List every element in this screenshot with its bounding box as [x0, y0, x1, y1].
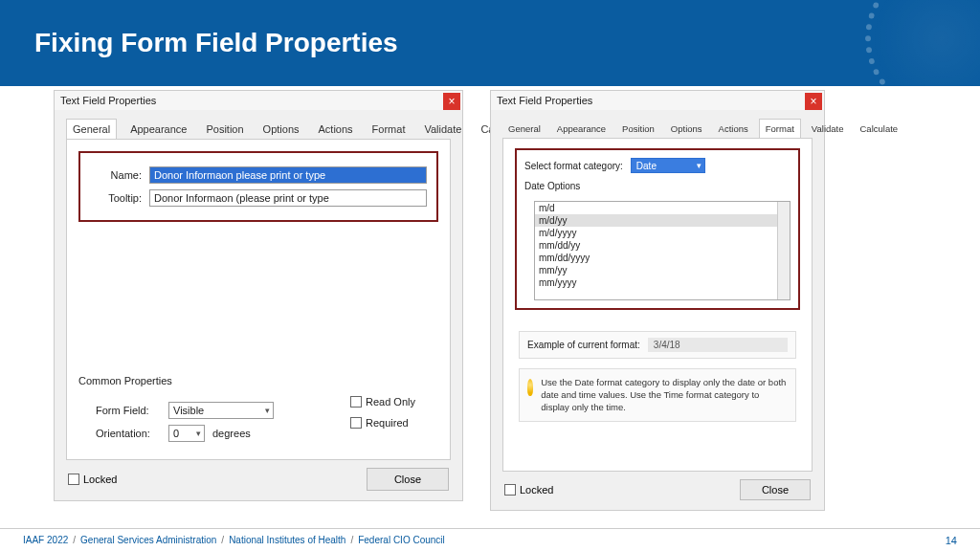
- tab-row: General Appearance Position Options Acti…: [55, 110, 462, 139]
- separator: /: [73, 535, 76, 545]
- tab-general[interactable]: General: [66, 119, 117, 140]
- close-button[interactable]: Close: [740, 479, 811, 500]
- format-category-select[interactable]: Date: [631, 158, 705, 173]
- name-row: Name: Donor Informaon please print or ty…: [90, 166, 427, 184]
- close-button[interactable]: Close: [367, 468, 449, 491]
- orientation-select[interactable]: 0: [168, 425, 205, 442]
- tab-position[interactable]: Position: [616, 120, 660, 138]
- tab-row: General Appearance Position Options Acti…: [491, 110, 824, 138]
- form-field-row: Form Field: Visible: [78, 402, 350, 419]
- slide-footer: IAAF 2022/General Services Administratio…: [0, 528, 980, 551]
- tab-general[interactable]: General: [502, 120, 546, 138]
- footer-breadcrumb: IAAF 2022/General Services Administratio…: [23, 535, 445, 545]
- date-options-listbox[interactable]: m/dm/d/yym/d/yyyymm/dd/yymm/dd/yyyymm/yy…: [534, 201, 791, 300]
- close-icon[interactable]: ×: [805, 93, 822, 110]
- date-option-item[interactable]: m/d/yyyy: [535, 227, 790, 239]
- tooltip-label: Tooltip:: [90, 192, 142, 204]
- checkbox-icon: [350, 417, 362, 429]
- checkbox-icon: [68, 474, 79, 485]
- tab-format[interactable]: Format: [367, 120, 412, 139]
- tab-position[interactable]: Position: [200, 120, 249, 139]
- form-field-label: Form Field:: [96, 405, 161, 416]
- form-field-select[interactable]: Visible: [168, 402, 274, 419]
- footer-part: General Services Administration: [80, 535, 216, 545]
- date-option-item[interactable]: mm/yy: [535, 264, 790, 276]
- common-properties: Common Properties Form Field: Visible Or…: [78, 371, 438, 448]
- name-label: Name:: [90, 169, 142, 181]
- date-option-item[interactable]: mm/dd/yy: [535, 239, 790, 252]
- tab-body-format: Select format category: Date Date Option…: [502, 138, 813, 472]
- name-input[interactable]: Donor Informaon please print or type: [149, 166, 427, 184]
- lightbulb-icon: [527, 379, 533, 396]
- slide-banner: Fixing Form Field Properties: [0, 0, 980, 86]
- footer-part: Federal CIO Council: [358, 535, 445, 545]
- locked-label: Locked: [520, 484, 553, 496]
- date-options-label: Date Options: [524, 181, 791, 191]
- select-format-label: Select format category:: [524, 161, 623, 171]
- tip-text: Use the Date format category to display …: [541, 377, 788, 413]
- tooltip-row: Tooltip: Donor Informaon (please print o…: [90, 189, 427, 207]
- dialog-footer: Locked Close: [491, 472, 824, 510]
- example-label: Example of current format:: [527, 340, 640, 350]
- slide-title: Fixing Form Field Properties: [34, 28, 398, 58]
- locked-label: Locked: [83, 474, 117, 485]
- date-option-item[interactable]: m/d/yy: [535, 214, 790, 227]
- highlight-format-category: Select format category: Date Date Option…: [515, 148, 800, 310]
- highlight-name-tooltip: Name: Donor Informaon please print or ty…: [78, 151, 438, 222]
- date-option-item[interactable]: m/d: [535, 202, 790, 214]
- tab-calculate[interactable]: Calculate: [855, 120, 904, 138]
- page-number: 14: [946, 535, 957, 546]
- orientation-row: Orientation: 0 degrees: [78, 425, 350, 442]
- required-checkbox[interactable]: Required: [350, 417, 415, 429]
- text-field-properties-format-dialog: Text Field Properties × General Appearan…: [490, 90, 825, 511]
- date-option-item[interactable]: mm/yyyy: [535, 276, 790, 289]
- dialog-footer: Locked Close: [55, 460, 462, 500]
- tip-box: Use the Date format category to display …: [519, 368, 796, 422]
- footer-part: National Institutes of Health: [229, 535, 345, 545]
- separator: /: [350, 535, 353, 545]
- example-row: Example of current format: 3/4/18: [519, 331, 796, 359]
- tab-actions[interactable]: Actions: [313, 120, 359, 139]
- tab-format[interactable]: Format: [759, 119, 801, 139]
- checkbox-icon: [504, 484, 516, 496]
- text-field-properties-general-dialog: Text Field Properties × General Appearan…: [54, 90, 463, 501]
- separator: /: [221, 535, 224, 545]
- checkbox-icon: [350, 396, 362, 408]
- tab-body-general: Name: Donor Informaon please print or ty…: [66, 139, 451, 460]
- dialog-title: Text Field Properties: [55, 91, 462, 110]
- content-area: Text Field Properties × General Appearan…: [0, 86, 980, 528]
- tab-actions[interactable]: Actions: [713, 120, 754, 138]
- close-icon[interactable]: ×: [443, 93, 460, 110]
- seal-graphic: [865, 0, 980, 86]
- locked-checkbox[interactable]: Locked: [68, 474, 117, 485]
- common-heading: Common Properties: [78, 375, 438, 386]
- tab-options[interactable]: Options: [257, 120, 305, 139]
- locked-checkbox[interactable]: Locked: [504, 484, 553, 496]
- tab-appearance[interactable]: Appearance: [124, 120, 192, 139]
- read-only-checkbox[interactable]: Read Only: [350, 396, 415, 408]
- date-option-item[interactable]: mm/dd/yyyy: [535, 252, 790, 264]
- degrees-label: degrees: [212, 428, 251, 439]
- orientation-label: Orientation:: [96, 428, 161, 439]
- select-format-row: Select format category: Date: [524, 158, 791, 173]
- tab-validate[interactable]: Validate: [418, 120, 467, 139]
- footer-part: IAAF 2022: [23, 535, 68, 545]
- required-label: Required: [366, 417, 409, 429]
- tab-appearance[interactable]: Appearance: [551, 120, 612, 138]
- tab-validate[interactable]: Validate: [806, 120, 850, 138]
- dialog-title: Text Field Properties: [491, 91, 824, 110]
- tooltip-input[interactable]: Donor Informaon (please print or type: [149, 189, 427, 207]
- read-only-label: Read Only: [366, 396, 415, 408]
- example-value: 3/4/18: [648, 338, 788, 352]
- tab-options[interactable]: Options: [665, 120, 708, 138]
